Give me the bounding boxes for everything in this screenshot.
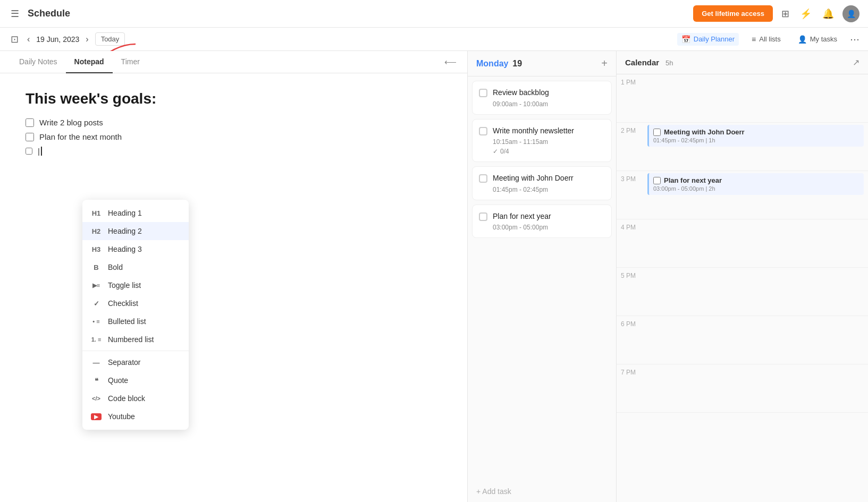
- tab-timer[interactable]: Timer: [113, 51, 148, 73]
- menu-item-quote[interactable]: ❝ Quote: [82, 371, 189, 389]
- checklist-checkbox-1[interactable]: [26, 133, 34, 141]
- toggle-list-icon: ▶≡: [91, 282, 102, 289]
- cal-event-time-plan: 03:00pm - 05:00pm | 2h: [653, 185, 859, 192]
- cal-event-check-plan[interactable]: [653, 177, 661, 184]
- calendar-expand-button[interactable]: ↗: [853, 57, 859, 67]
- sidebar-toggle-button[interactable]: ⊡: [9, 31, 21, 47]
- task-checkbox-2[interactable]: [479, 174, 487, 183]
- cal-event-title-meeting: Meeting with John Doerr: [664, 128, 745, 136]
- menu-item-numbered-list[interactable]: 1. ≡ Numbered list: [82, 330, 189, 348]
- menu-item-bulleted-list[interactable]: • ≡ Bulleted list: [82, 312, 189, 330]
- menu-item-checklist[interactable]: ✓ Checklist: [82, 294, 189, 312]
- time-label-3pm: 3 PM: [617, 171, 643, 183]
- menu-separator-1: [82, 351, 189, 351]
- block-type-dropdown: H1 Heading 1 H2 Heading 2 H3 Heading 3 B…: [82, 200, 189, 430]
- time-slot-2pm: 2 PM Meeting with John Doerr 01:45pm - 0…: [617, 123, 868, 171]
- time-content-2pm: Meeting with John Doerr 01:45pm - 02:45p…: [643, 123, 868, 171]
- bell-icon[interactable]: 🔔: [820, 6, 836, 22]
- my-tasks-label: My tasks: [810, 35, 837, 43]
- menu-item-heading3[interactable]: H3 Heading 3: [82, 240, 189, 258]
- time-label-4pm: 4 PM: [617, 219, 643, 231]
- cal-event-checkbox-meeting: Meeting with John Doerr: [653, 128, 859, 136]
- task-title-2: Meeting with John Doerr: [493, 173, 574, 184]
- task-title-3: Plan for next year: [493, 211, 551, 222]
- next-date-button[interactable]: ›: [83, 33, 90, 45]
- menu-item-heading2[interactable]: H2 Heading 2: [82, 222, 189, 240]
- tab-notepad[interactable]: Notepad: [66, 51, 113, 73]
- time-content-1pm: [643, 74, 868, 122]
- more-options-button[interactable]: ⋯: [850, 33, 859, 45]
- checklist-checkbox-0[interactable]: [26, 118, 34, 127]
- menu-item-separator[interactable]: — Separator: [82, 353, 189, 371]
- time-content-5pm: [643, 268, 868, 316]
- prev-date-button[interactable]: ‹: [25, 33, 32, 45]
- cal-event-plan[interactable]: Plan for next year 03:00pm - 05:00pm | 2…: [647, 173, 864, 195]
- menu-item-checklist-label: Checklist: [108, 299, 138, 308]
- time-label-7pm: 7 PM: [617, 364, 643, 376]
- menu-item-quote-label: Quote: [108, 376, 128, 385]
- cal-event-meeting[interactable]: Meeting with John Doerr 01:45pm - 02:45p…: [647, 125, 864, 147]
- task-meta-1: ✓ 0/4: [493, 148, 605, 155]
- subnav-right: 📅 Daily Planner ≡ All lists 👤 My tasks ⋯: [677, 33, 859, 46]
- tab-daily-notes[interactable]: Daily Notes: [11, 51, 66, 73]
- time-content-7pm: [643, 364, 868, 412]
- all-lists-button[interactable]: ≡ All lists: [747, 33, 785, 46]
- task-header-3: Plan for next year: [479, 211, 605, 222]
- checklist-item-0: Write 2 blog posts: [26, 118, 442, 127]
- person-icon: 👤: [798, 35, 807, 44]
- avatar[interactable]: 👤: [842, 5, 859, 22]
- tabs-left: Daily Notes Notepad Timer: [11, 51, 148, 73]
- code-icon: </>: [91, 395, 102, 402]
- menu-item-code-block[interactable]: </> Code block: [82, 389, 189, 407]
- cursor-line: |: [26, 147, 442, 156]
- time-slot-3pm: 3 PM Plan for next year 03:00pm - 05:00p…: [617, 171, 868, 219]
- task-card-1[interactable]: Write monthly newsletter 10:15am - 11:15…: [472, 119, 612, 163]
- lifetime-access-button[interactable]: Get lifetime access: [693, 5, 773, 22]
- checklist-icon: ✓: [91, 300, 102, 308]
- h3-icon: H3: [91, 245, 102, 253]
- time-slot-5pm: 5 PM: [617, 268, 868, 316]
- menu-item-bold[interactable]: B Bold: [82, 258, 189, 276]
- task-checkbox-0[interactable]: [479, 89, 487, 97]
- time-label-5pm: 5 PM: [617, 268, 643, 279]
- checklist-checkbox-2[interactable]: [26, 148, 32, 155]
- calendar-title-group: Calendar 5h: [625, 58, 673, 67]
- cursor-char: |: [38, 147, 42, 156]
- today-button[interactable]: Today: [95, 32, 125, 46]
- task-header-2: Meeting with John Doerr: [479, 173, 605, 184]
- day-number: 19: [512, 59, 522, 68]
- time-slot-4pm: 4 PM: [617, 219, 868, 268]
- menu-item-code-block-label: Code block: [108, 394, 145, 403]
- time-slot-1pm: 1 PM: [617, 74, 868, 123]
- bold-icon: B: [91, 263, 102, 271]
- h2-icon: H2: [91, 227, 102, 235]
- daily-planner-button[interactable]: 📅 Daily Planner: [677, 33, 739, 46]
- flash-icon[interactable]: ⚡: [798, 6, 814, 22]
- menu-item-heading1[interactable]: H1 Heading 1: [82, 204, 189, 222]
- task-card-3[interactable]: Plan for next year 03:00pm - 05:00pm: [472, 205, 612, 239]
- task-card-2[interactable]: Meeting with John Doerr 01:45pm - 02:45p…: [472, 166, 612, 200]
- menu-item-heading1-label: Heading 1: [108, 209, 142, 217]
- add-task-footer[interactable]: + Add task: [468, 481, 616, 502]
- cal-event-check-meeting[interactable]: [653, 129, 661, 136]
- task-header-1: Write monthly newsletter: [479, 126, 605, 137]
- collapse-panel-button[interactable]: ⟵: [444, 57, 457, 67]
- list-icon: ≡: [752, 35, 756, 44]
- menu-item-toggle-list[interactable]: ▶≡ Toggle list: [82, 276, 189, 294]
- task-card-0[interactable]: Review backblog 09:00am - 10:00am: [472, 81, 612, 115]
- tabs-bar: Daily Notes Notepad Timer ⟵: [0, 51, 467, 73]
- menu-item-youtube-label: Youtube: [108, 412, 135, 421]
- time-slot-6pm: 6 PM: [617, 316, 868, 364]
- add-task-button[interactable]: +: [601, 57, 608, 70]
- app-title: Schedule: [28, 8, 70, 19]
- task-checkbox-3[interactable]: [479, 212, 487, 221]
- menu-item-youtube[interactable]: ▶ Youtube: [82, 407, 189, 426]
- task-checkbox-1[interactable]: [479, 127, 487, 135]
- calendar-hours: 5h: [665, 59, 673, 67]
- add-task-footer-label: + Add task: [476, 487, 511, 496]
- menu-button[interactable]: ☰: [9, 6, 21, 22]
- menu-item-bold-label: Bold: [108, 263, 123, 271]
- note-content: This week's goals: Write 2 blog posts Pl…: [0, 73, 467, 502]
- grid-icon[interactable]: ⊞: [779, 6, 791, 22]
- my-tasks-button[interactable]: 👤 My tasks: [794, 33, 841, 46]
